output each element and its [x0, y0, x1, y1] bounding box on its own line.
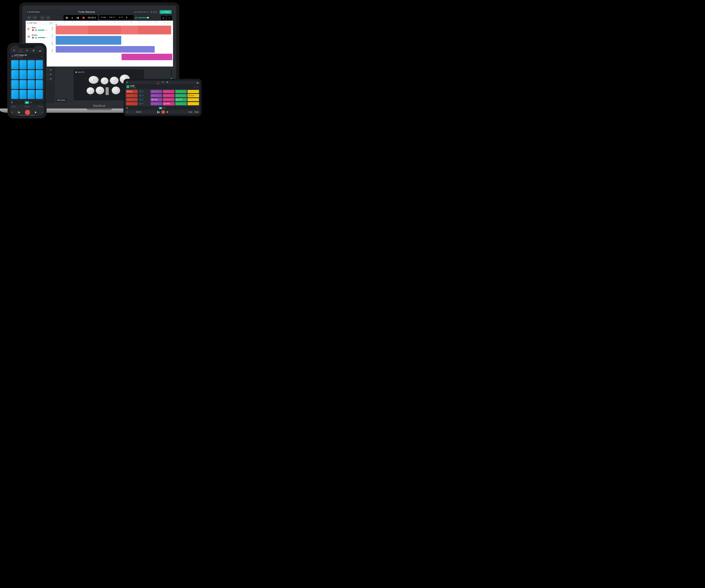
drum-pad[interactable]	[11, 70, 18, 79]
drum-pad[interactable]: Y	[110, 77, 119, 85]
play-icon[interactable]	[167, 111, 168, 113]
magnet-button[interactable]: ✂	[46, 16, 50, 20]
edit-icon[interactable]: ✎	[25, 49, 29, 52]
undo-button[interactable]: Undo	[188, 111, 192, 113]
automation-toggle[interactable]	[49, 21, 53, 24]
playhead-icon[interactable]	[55, 24, 57, 25]
track-settings-icon[interactable]: ⚙	[51, 42, 53, 44]
loop-cell[interactable]: Beats	[187, 90, 199, 93]
loop-cell[interactable]: FX	[138, 102, 150, 105]
drum-pad[interactable]: S	[106, 87, 109, 95]
drum-pad[interactable]: FG	[96, 87, 104, 94]
track-header-bass[interactable]: 🎸 Bass 🔇 🎧 ⚙ Fx	[26, 25, 54, 33]
loop-cell[interactable]: Beats	[187, 94, 199, 97]
chevron-down-icon[interactable]: ⌄	[197, 86, 198, 88]
metronome-icon[interactable]: ⍙	[42, 111, 43, 113]
undo-button[interactable]: Undo	[11, 106, 16, 108]
midi-clip[interactable]	[56, 26, 88, 34]
drum-pad[interactable]	[11, 60, 18, 69]
track-settings-icon[interactable]: ⚙	[51, 34, 53, 36]
record-button[interactable]	[161, 110, 165, 114]
drum-pad[interactable]	[28, 70, 35, 79]
loop-icon[interactable]: ◌	[194, 86, 195, 88]
loop-cell[interactable]: Beats	[150, 94, 162, 97]
midi-clip[interactable]	[88, 26, 121, 34]
cloud-icon[interactable]: ☁	[196, 81, 198, 84]
exit-editor-button[interactable]: ⎘ Exit Mix Editor	[27, 11, 40, 13]
play-button[interactable]: ▶	[69, 15, 75, 20]
undo-button[interactable]: ↶	[27, 16, 32, 20]
loop-button[interactable]: ⭯	[40, 16, 45, 20]
loop-cell[interactable]: Synth	[175, 90, 187, 93]
track-fx-button[interactable]: Fx	[51, 29, 53, 31]
copy-icon[interactable]: ⎘	[11, 101, 13, 104]
timecode-display[interactable]: 00:00.0	[86, 16, 97, 19]
redo-button[interactable]: ↷	[33, 16, 37, 20]
loop-cell[interactable]: Synth	[175, 102, 187, 105]
midi-clip[interactable]	[138, 26, 171, 34]
cloud-icon[interactable]: ☁	[38, 49, 42, 52]
skip-start-icon[interactable]: ▐◀	[157, 111, 159, 113]
drum-pad[interactable]	[28, 60, 35, 69]
drum-pad[interactable]	[36, 80, 43, 89]
loop-cell[interactable]: Beats	[163, 102, 175, 105]
grid-view-button[interactable]: ▦	[159, 107, 162, 109]
track-fx-button[interactable]: Fx	[51, 51, 53, 53]
settings-dropdown[interactable]: ⌄	[129, 15, 134, 19]
loop-cell[interactable]: Beats	[163, 94, 175, 97]
drum-pad[interactable]	[36, 70, 43, 79]
loop-cell[interactable]: Beats	[187, 98, 199, 101]
timesig-selector[interactable]: 4 / 4	[117, 15, 124, 19]
publish-button[interactable]: ☁ Publish	[159, 10, 172, 14]
skip-start-icon[interactable]: ▐◀	[17, 111, 20, 113]
loop-cell[interactable]: Beats	[163, 90, 175, 93]
timeline[interactable]: 123456789101112131 ⊖ ⊕	[55, 21, 173, 66]
zoom-out-icon[interactable]: ⊖	[167, 22, 168, 24]
midi-editor-tab[interactable]: MIDI Editor	[56, 98, 67, 102]
midi-clip[interactable]	[122, 46, 155, 53]
brush-tool-button[interactable]	[161, 16, 166, 20]
drum-pad[interactable]	[19, 60, 27, 69]
midi-clip[interactable]	[121, 26, 138, 34]
loop-infinite-button[interactable]: ∞	[167, 16, 172, 20]
mixer-icon[interactable]: ≡	[127, 111, 128, 113]
timeline-ruler[interactable]: 123456789101112131	[55, 21, 173, 25]
midi-clip[interactable]	[56, 46, 122, 53]
bpm-selector[interactable]: 114 bpm	[107, 15, 117, 19]
metronome-icon[interactable]: ⍙	[129, 111, 130, 113]
midi-clip[interactable]	[122, 54, 172, 60]
loop-cell[interactable]: FX	[138, 90, 150, 93]
sound-tab-icon[interactable]: ⎍⎍	[18, 49, 23, 52]
track-name[interactable]: Bass	[32, 27, 50, 29]
drum-pad[interactable]	[19, 80, 27, 89]
record-button[interactable]	[25, 110, 30, 115]
track-settings-icon[interactable]: ⚙	[51, 27, 53, 29]
kit-name[interactable]: Jazz Kit	[78, 71, 84, 73]
volume-slider[interactable]	[138, 17, 148, 18]
drum-pad[interactable]	[19, 70, 27, 79]
loop-cell[interactable]: Beats	[187, 102, 199, 105]
master-volume[interactable]: 🔊	[135, 15, 148, 20]
zoom-in-icon[interactable]: ⊕	[170, 22, 171, 24]
skip-end-button[interactable]: ▶▌	[75, 15, 81, 20]
redo-button[interactable]: Redo	[39, 106, 43, 108]
track-volume-slider[interactable]	[38, 30, 48, 31]
mute-icon[interactable]: 🔇	[32, 37, 34, 39]
redo-button[interactable]: Redo	[194, 111, 198, 113]
headphone-icon[interactable]: 🎧	[35, 37, 37, 39]
loop-cell[interactable]: Bass	[126, 102, 138, 105]
back-icon[interactable]: ⎘	[127, 81, 128, 84]
track-volume-slider[interactable]	[38, 37, 48, 38]
sound-tab-icon[interactable]: ⎍⎍	[157, 81, 159, 84]
kit-header[interactable]: ◆ LoFi Creator Kit Fx: Dub Delay ⌄	[10, 53, 44, 59]
drum-pad[interactable]: 6	[89, 76, 99, 84]
loop-cell[interactable]: Beats	[150, 90, 162, 93]
more-icon[interactable]: ⋯	[196, 107, 198, 109]
loop-cell[interactable]: Beats	[150, 98, 162, 101]
track-settings-icon[interactable]: ⚙	[51, 49, 53, 51]
edit-icon[interactable]: ✎	[162, 81, 164, 84]
track-name[interactable]: Drums	[32, 34, 50, 36]
save-button[interactable]: 🖫 Save	[149, 10, 158, 14]
headphone-icon[interactable]: 🎧	[35, 29, 37, 31]
back-icon[interactable]: ⎘	[12, 49, 16, 52]
